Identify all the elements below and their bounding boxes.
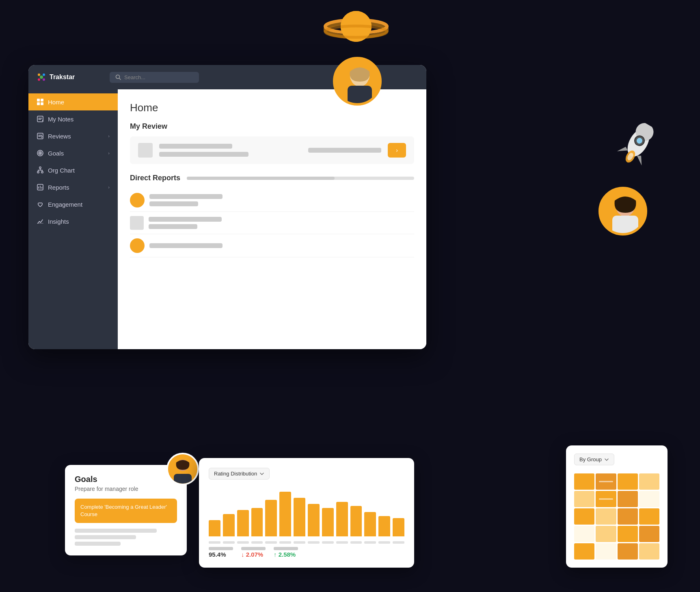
report-name-1 (149, 194, 223, 199)
svg-rect-42 (37, 223, 43, 224)
bar-element (294, 498, 305, 536)
nav-label-home: Home (48, 99, 64, 106)
heatmap-cell (574, 473, 594, 490)
engagement-icon (37, 201, 44, 208)
org-icon (37, 166, 44, 174)
rocket-decoration (606, 114, 668, 176)
svg-rect-45 (174, 474, 192, 484)
sidebar-item-goals[interactable]: Goals › (28, 145, 118, 162)
heatmap-cell (639, 543, 659, 560)
goals-person-avatar (166, 453, 199, 485)
svg-point-24 (43, 73, 45, 76)
svg-rect-31 (37, 102, 40, 105)
search-bar[interactable]: Search... (110, 72, 199, 83)
page-title: Home (130, 102, 414, 114)
direct-reports-heading: Direct Reports (130, 174, 180, 182)
search-placeholder: Search... (124, 74, 145, 80)
review-action-button[interactable]: › (388, 143, 406, 158)
by-group-dropdown[interactable]: By Group (574, 454, 614, 465)
svg-point-22 (40, 76, 43, 79)
sidebar-item-org-chart[interactable]: Org Chart (28, 162, 118, 179)
sidebar-item-insights[interactable]: Insights (28, 213, 118, 230)
heatmap-cell (596, 491, 616, 507)
bar-element (279, 492, 291, 536)
svg-rect-29 (37, 99, 40, 102)
heatmap-cell (618, 491, 638, 507)
review-line-2 (159, 152, 248, 157)
insights-icon (37, 218, 44, 225)
nav-label-insights: Insights (48, 218, 69, 225)
stat-value-2: ↓ 2.07% (241, 551, 266, 558)
rating-dropdown-label: Rating Distribution (214, 471, 257, 477)
report-row-2 (130, 212, 414, 234)
logo-area: Trakstar (37, 72, 102, 82)
report-icon-2 (130, 216, 144, 230)
goal-line-3 (75, 542, 121, 546)
report-row-3 (130, 234, 414, 257)
report-avatar-3 (130, 238, 145, 253)
svg-rect-32 (41, 102, 43, 105)
stat-label-2 (241, 547, 266, 550)
review-line-1 (159, 144, 232, 149)
sidebar-item-home[interactable]: Home (28, 93, 118, 110)
heatmap-cell (618, 473, 638, 490)
review-text (159, 144, 302, 157)
by-group-card: By Group (566, 445, 668, 568)
svg-rect-38 (39, 167, 41, 169)
reports-icon (37, 184, 44, 191)
sidebar-item-reviews[interactable]: Reviews › (28, 127, 118, 145)
app-name-label: Trakstar (50, 73, 75, 81)
bar-element (322, 508, 334, 536)
svg-point-25 (38, 78, 40, 81)
stat-value-3: ↑ 2.58% (274, 551, 298, 558)
bar-element (223, 514, 235, 536)
app-window: Trakstar Search... Home (28, 65, 426, 349)
svg-rect-34 (37, 133, 43, 139)
report-info-3 (149, 243, 223, 248)
search-icon (115, 74, 121, 80)
goals-icon (37, 149, 44, 157)
heatmap-cell (596, 526, 616, 542)
review-meta-line (308, 148, 381, 153)
stat-value-1: 95.4% (209, 551, 233, 558)
rating-distribution-card: Rating Distribution 95.4% ↓ 2.07% ↑ 2.58… (199, 458, 414, 568)
bar-element (393, 518, 404, 536)
x-label (364, 541, 376, 544)
sidebar-item-engagement[interactable]: Engagement (28, 196, 118, 213)
saturn-decoration (324, 4, 376, 45)
report-info-2 (149, 217, 222, 229)
heatmap-cell (618, 508, 638, 525)
bar-element (336, 502, 348, 536)
svg-rect-20 (612, 216, 638, 236)
my-review-heading: My Review (130, 122, 414, 131)
svg-rect-40 (41, 171, 43, 173)
goals-card-title: Goals (75, 475, 177, 484)
heatmap-cell (574, 543, 594, 560)
rating-distribution-dropdown[interactable]: Rating Distribution (209, 468, 270, 480)
x-label (251, 541, 263, 544)
heatmap-cell (639, 526, 659, 542)
avatar-bottom-right (598, 187, 647, 236)
heatmap-grid (574, 473, 659, 560)
stat-item-2: ↓ 2.07% (241, 547, 266, 558)
stat-item-1: 95.4% (209, 547, 233, 558)
by-group-label: By Group (579, 456, 602, 462)
x-label (308, 541, 320, 544)
stat-label-1 (209, 547, 233, 550)
bar-element (237, 510, 249, 536)
svg-line-28 (119, 78, 121, 80)
heatmap-cell (574, 491, 594, 507)
chevron-reports-icon: › (108, 185, 110, 190)
reports-progress-bar (187, 177, 414, 180)
svg-rect-39 (37, 171, 39, 173)
goal-lines (75, 529, 177, 546)
bar-element (209, 520, 220, 536)
bar-element (350, 506, 362, 536)
sidebar-item-reports[interactable]: Reports › (28, 179, 118, 196)
chart-stats: 95.4% ↓ 2.07% ↑ 2.58% (209, 547, 404, 558)
svg-marker-10 (617, 144, 629, 156)
report-row-1 (130, 189, 414, 212)
sidebar-item-my-notes[interactable]: My Notes (28, 110, 118, 127)
goal-item-text: Complete 'Becoming a Great Leader' Cours… (80, 504, 167, 517)
x-label (209, 541, 220, 544)
